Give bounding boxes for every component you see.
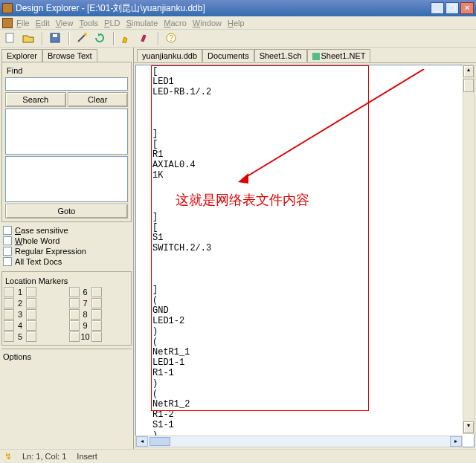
- menu-view[interactable]: View: [56, 19, 74, 27]
- help-icon[interactable]: ?: [165, 32, 178, 45]
- goto-button[interactable]: Goto: [5, 204, 128, 218]
- svg-rect-2: [53, 34, 57, 37]
- main-area: yuanjianku.ddb Documents Sheet1.Sch Shee…: [134, 48, 476, 449]
- marker-8[interactable]: 8: [69, 309, 130, 320]
- marker-2[interactable]: 2: [4, 298, 65, 308]
- minimize-button[interactable]: _: [431, 2, 444, 14]
- marker-10[interactable]: 10: [69, 331, 130, 342]
- doc-icon: [2, 18, 13, 28]
- titlebar: Design Explorer - [E:\01-刘昆山\yuanjianku.…: [0, 0, 476, 16]
- menu-file[interactable]: FFileile: [16, 19, 30, 27]
- marker-icon[interactable]: [138, 32, 152, 45]
- tab-net[interactable]: Sheet1.NET: [307, 49, 371, 62]
- marker-6[interactable]: 6: [69, 287, 130, 297]
- tab-ddb[interactable]: yuanjianku.ddb: [137, 49, 202, 62]
- pencil-icon[interactable]: [120, 32, 134, 45]
- toolbar: ?: [0, 30, 476, 48]
- chk-case-sensitive[interactable]: Case sensitive: [3, 225, 130, 236]
- close-button[interactable]: ✕: [460, 2, 474, 14]
- marker-9[interactable]: 9: [69, 320, 130, 331]
- find-input[interactable]: [5, 77, 128, 91]
- menu-simulate[interactable]: Simulate: [126, 19, 158, 27]
- document-tabs: yuanjianku.ddb Documents Sheet1.Sch Shee…: [134, 48, 476, 62]
- refresh-icon[interactable]: [94, 32, 107, 45]
- chk-whole-word[interactable]: Whole Word: [3, 236, 130, 246]
- menu-pld[interactable]: PLD: [104, 19, 120, 27]
- menu-macro[interactable]: Macro: [164, 19, 187, 27]
- maximize-button[interactable]: ❐: [446, 2, 459, 14]
- scroll-down-icon[interactable]: ▾: [463, 421, 474, 433]
- status-mode: Insert: [77, 452, 97, 461]
- menu-bar: FFileile Edit View Tools PLD Simulate Ma…: [0, 16, 476, 30]
- horizontal-scrollbar[interactable]: ◂ ▸: [135, 436, 463, 447]
- status-bar: ↯ Ln: 1, Col: 1 Insert: [0, 449, 476, 462]
- tab-explorer[interactable]: Explorer: [1, 49, 42, 62]
- open-icon[interactable]: [22, 32, 36, 45]
- editor-container: [ LED1 LED-RB.1/.2 ] [ R1 AXIAL0.4 1K ] …: [134, 62, 476, 449]
- new-icon[interactable]: [4, 32, 18, 45]
- marker-1[interactable]: 1: [4, 287, 65, 297]
- vertical-scrollbar[interactable]: ▴ ▾: [463, 65, 475, 434]
- chk-regex[interactable]: Regular Expression: [3, 246, 130, 256]
- svg-text:?: ?: [169, 34, 173, 42]
- save-icon[interactable]: [49, 32, 62, 45]
- chk-all-text-docs[interactable]: All Text Docs: [3, 256, 130, 267]
- markers-title: Location Markers: [4, 275, 129, 287]
- svg-line-3: [78, 34, 86, 42]
- find-panel: Find Search Clear Goto: [1, 62, 132, 222]
- options-label: Options: [1, 351, 132, 363]
- tab-documents[interactable]: Documents: [202, 49, 254, 62]
- app-icon: [2, 3, 13, 13]
- status-position: Ln: 1, Col: 1: [22, 452, 66, 461]
- find-label: Find: [5, 65, 128, 76]
- search-button[interactable]: Search: [5, 92, 66, 107]
- netlist-icon: [312, 53, 320, 60]
- side-tabs: Explorer Browse Text: [1, 49, 132, 62]
- scroll-right-icon[interactable]: ▸: [450, 436, 462, 447]
- scroll-thumb-v[interactable]: [463, 79, 474, 92]
- scroll-left-icon[interactable]: ◂: [136, 436, 148, 447]
- wand-icon[interactable]: [76, 32, 89, 45]
- menu-tools[interactable]: Tools: [79, 19, 98, 27]
- scroll-up-icon[interactable]: ▴: [463, 65, 474, 77]
- window-title: Design Explorer - [E:\01-刘昆山\yuanjianku.…: [16, 2, 431, 15]
- text-editor[interactable]: [ LED1 LED-RB.1/.2 ] [ R1 AXIAL0.4 1K ] …: [135, 65, 475, 447]
- content-area: Explorer Browse Text Find Search Clear G…: [0, 48, 476, 449]
- menu-window[interactable]: Window: [193, 19, 222, 27]
- svg-rect-0: [6, 33, 13, 42]
- find-options: Case sensitive Whole Word Regular Expres…: [1, 222, 132, 270]
- marker-7[interactable]: 7: [69, 298, 130, 308]
- tab-browse-text[interactable]: Browse Text: [42, 49, 97, 62]
- location-markers: Location Markers 1 6 2 7 3 8 4 9 5 10: [1, 271, 132, 346]
- window-controls: _ ❐ ✕: [431, 2, 474, 14]
- scroll-thumb-h[interactable]: [149, 437, 170, 446]
- marker-5[interactable]: 5: [4, 331, 65, 342]
- tab-sch[interactable]: Sheet1.Sch: [254, 49, 307, 62]
- side-panel: Explorer Browse Text Find Search Clear G…: [0, 48, 134, 449]
- status-icon: ↯: [4, 451, 12, 462]
- clear-button[interactable]: Clear: [68, 92, 129, 107]
- marker-3[interactable]: 3: [4, 309, 65, 320]
- results-list-2[interactable]: [5, 156, 128, 202]
- menu-help[interactable]: Help: [228, 19, 245, 27]
- marker-4[interactable]: 4: [4, 320, 65, 331]
- svg-point-4: [84, 33, 87, 36]
- results-list-1[interactable]: [5, 109, 128, 155]
- options-section: Options: [1, 349, 132, 363]
- menu-edit[interactable]: Edit: [36, 19, 50, 27]
